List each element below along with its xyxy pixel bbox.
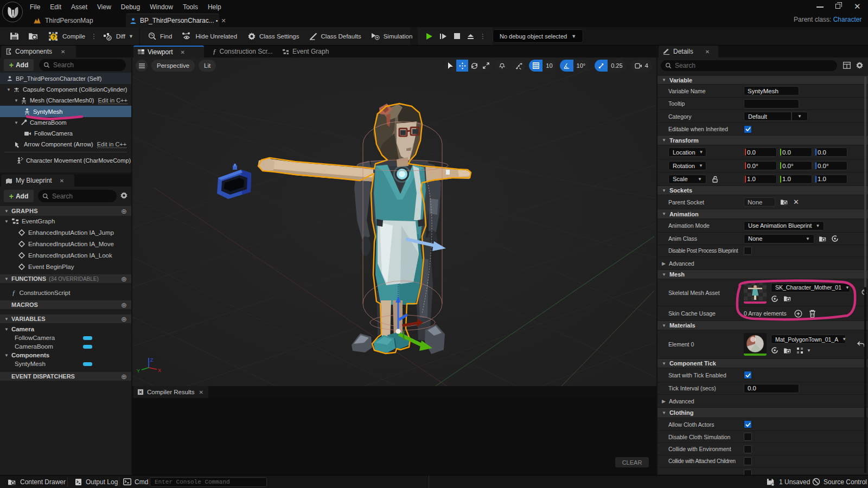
svg-text:X: X xyxy=(158,368,161,373)
svg-text:?: ? xyxy=(52,34,55,40)
svg-text:Z: Z xyxy=(150,357,154,363)
svg-text:Y: Y xyxy=(137,368,140,374)
svg-text:↷: ↷ xyxy=(150,33,154,38)
